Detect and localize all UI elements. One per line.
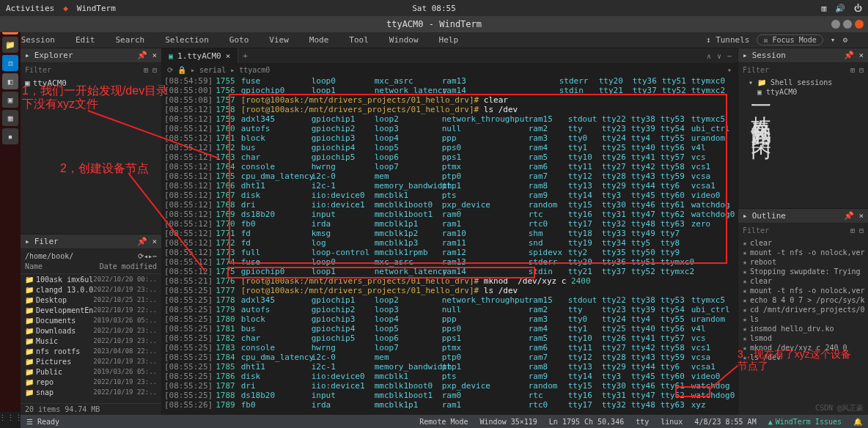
collapse-icon[interactable]: ⊟	[859, 66, 864, 74]
file-row[interactable]: 📁Music2022/10/19 23:..	[21, 336, 161, 346]
status-remote[interactable]: Remote Mode	[419, 418, 468, 426]
dock-files[interactable]: 📁	[2, 37, 18, 53]
menu-mode[interactable]: Mode	[309, 35, 329, 45]
refresh-icon[interactable]: ⟳	[138, 252, 144, 260]
file-row[interactable]: 📁Documents2019/03/26 05:..	[21, 315, 161, 325]
file-row[interactable]: 📁DevelopmentEnvConf2022/10/19 22:..	[21, 305, 161, 315]
sound-icon[interactable]: 🔊	[835, 4, 845, 13]
explorer-item[interactable]: ▣ttyACM0	[23, 78, 158, 89]
status-pos[interactable]: Ln 1795 Ch 50,346	[549, 418, 624, 426]
dock-windterm[interactable]: ◧	[2, 73, 18, 89]
file-row[interactable]: 📁Downloads2022/10/20 23:..	[21, 325, 161, 336]
menu-help[interactable]: Help	[439, 35, 459, 45]
collapse-icon[interactable]: ⊟	[152, 66, 157, 74]
menu-window[interactable]: Window	[389, 35, 419, 45]
close-button[interactable]	[855, 20, 864, 29]
pin-icon[interactable]: 📌	[137, 51, 147, 60]
outline-item[interactable]: ★mknod /dev/xyz c 240 0	[741, 343, 865, 353]
app-indicator[interactable]: WindTerm	[77, 4, 116, 13]
dock-vscode[interactable]: ⧈	[2, 55, 18, 71]
menu-search[interactable]: Search	[115, 35, 144, 45]
dock-app2[interactable]: ▪	[2, 128, 18, 144]
status-window[interactable]: Window 35×119	[480, 418, 537, 426]
col-name[interactable]: Name	[25, 262, 100, 273]
dock-terminal[interactable]: ▣	[2, 92, 18, 108]
explorer-filter[interactable]	[25, 66, 139, 74]
file-row[interactable]: 📁nfs_rootfs2023/04/08 22:..	[21, 346, 161, 356]
outline-item[interactable]: ★mount -t nfs -o nolock,vers=3 192.	[741, 248, 865, 257]
file-row[interactable]: 📁repo2022/10/19 23:..	[21, 377, 161, 387]
menu-tool[interactable]: Tool	[349, 35, 369, 45]
star-icon: ★	[743, 353, 747, 361]
maximize-button[interactable]	[843, 20, 852, 29]
outline-item[interactable]: ★ls /dev	[741, 353, 865, 362]
caret-icon[interactable]: ▸	[25, 51, 30, 60]
dock-app[interactable]: ▦	[2, 110, 18, 126]
file-row[interactable]: 📁100ask_imx6ull-sdk2022/10/20 00:..	[21, 274, 161, 284]
outline-item[interactable]: ★ls	[741, 314, 865, 324]
close-icon[interactable]: ×	[858, 51, 864, 60]
file-row[interactable]: 📁clangd_13.0.02022/10/19 23:..	[21, 284, 161, 295]
tunnels-button[interactable]: ↕ Tunnels	[706, 35, 750, 45]
terminal-output[interactable]: [08:54:59]1755fuseloop0mxc_asrcram13stde…	[161, 76, 738, 415]
filer-path[interactable]: /home/book/	[25, 252, 138, 260]
close-icon[interactable]: ×	[152, 51, 157, 60]
file-row[interactable]: 📁snap2022/10/19 22:..	[21, 387, 161, 397]
menu-selection[interactable]: Selection	[165, 35, 209, 45]
activities-button[interactable]: Activities	[6, 4, 54, 13]
settings-icon[interactable]: ⚙	[842, 35, 847, 45]
outline-item[interactable]: ★reboot	[741, 257, 865, 267]
outline-item[interactable]: ★insmod hello_drv.ko	[741, 324, 865, 333]
status-tty[interactable]: tty	[636, 418, 649, 426]
tab-close-icon[interactable]: ×	[226, 51, 231, 61]
outline-item[interactable]: ★clear	[741, 238, 865, 248]
pin-icon[interactable]: 📌	[844, 211, 854, 221]
file-row[interactable]: 📁Desktop2022/10/25 21:..	[21, 295, 161, 305]
folder-icon: 📁	[25, 378, 34, 386]
outline-item[interactable]: ★mount -t nfs -o nolock,vers=3 192.	[741, 286, 865, 295]
close-icon[interactable]: ×	[152, 237, 157, 246]
tab-nav-up[interactable]: ∧	[707, 52, 711, 60]
outline-item[interactable]: ★clear	[741, 276, 865, 286]
folder-icon: 📁	[25, 306, 34, 314]
tab-nav-down[interactable]: ∨	[717, 52, 721, 60]
outline-item[interactable]: ★Stopping swupdate: Trying to conne	[741, 267, 865, 276]
network-icon[interactable]: ▥	[821, 4, 826, 13]
col-date[interactable]: Date modified	[100, 262, 157, 273]
dropdown-icon[interactable]: ▾	[831, 35, 836, 45]
status-issues[interactable]: ▲ WindTerm Issues	[768, 418, 842, 426]
pin-icon[interactable]: 📌	[137, 237, 147, 246]
menu-view[interactable]: View	[269, 35, 289, 45]
pin-icon[interactable]: 📌	[844, 51, 854, 60]
file-row[interactable]: 📁Pictures2022/10/19 23:..	[21, 356, 161, 366]
tab-menu[interactable]: ⋯	[727, 52, 732, 60]
expand-icon[interactable]: ⊞	[144, 66, 148, 74]
focus-mode-button[interactable]: ☒ Focus Mode	[757, 34, 823, 45]
folder-icon: 📁	[25, 317, 34, 325]
expand-icon[interactable]: ⊞	[850, 66, 855, 74]
status-bell-icon[interactable]: 🔔	[853, 418, 862, 426]
menu-goto[interactable]: Goto	[229, 35, 249, 45]
close-icon[interactable]: ×	[858, 211, 864, 221]
session-group[interactable]: ▾ 📁 Shell sessions	[743, 78, 864, 87]
power-icon[interactable]: ⏻	[854, 4, 862, 13]
clock[interactable]: Sat 08:55	[412, 4, 456, 13]
tab-ttyacm0[interactable]: ▣1.ttyACM0×	[161, 48, 238, 63]
refresh-icon[interactable]: ⟳	[167, 66, 173, 74]
new-tab-button[interactable]: +	[238, 51, 252, 61]
menu-session[interactable]: Session	[21, 35, 55, 45]
status-os[interactable]: linux	[661, 418, 683, 426]
outline-filter[interactable]	[743, 226, 846, 235]
apps-grid-icon[interactable]: ⋮⋮⋮	[3, 410, 18, 425]
outline-item[interactable]: ★lsmod	[741, 333, 865, 343]
lock-icon[interactable]: 🔒	[177, 66, 186, 74]
folder-icon: 📁	[25, 286, 34, 294]
outline-item[interactable]: ★echo 8 4 0 7 > /proc/sys/kernel/pr	[741, 295, 865, 305]
outline-item[interactable]: ★cd /mnt/drivers_projects/01_hello_	[741, 305, 865, 314]
dropdown-icon[interactable]: ▾	[727, 66, 732, 74]
session-filter[interactable]	[743, 66, 846, 74]
more-icon[interactable]: ⋯	[152, 252, 157, 260]
minimize-button[interactable]	[831, 20, 840, 29]
menu-edit[interactable]: Edit	[76, 35, 95, 45]
file-row[interactable]: 📁Public2019/03/26 05:..	[21, 366, 161, 377]
